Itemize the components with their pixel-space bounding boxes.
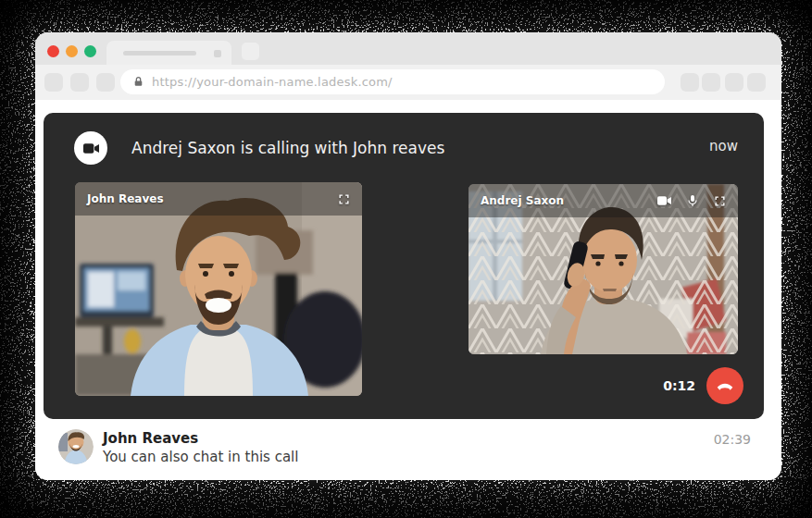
new-tab-button[interactable] bbox=[242, 43, 259, 60]
video-feed-andrej-saxon: Andrej Saxon bbox=[468, 184, 738, 354]
traffic-light-zoom-button[interactable] bbox=[84, 45, 96, 57]
john-feed-overlay: John Reaves bbox=[75, 182, 362, 216]
chat-message: John Reaves You can also chat in this ca… bbox=[58, 429, 751, 466]
chat-sender-name: John Reaves bbox=[103, 430, 298, 449]
video-camera-icon bbox=[83, 142, 99, 154]
toolbar-button-placeholder-2[interactable] bbox=[702, 73, 720, 92]
traffic-light-close-button[interactable] bbox=[47, 45, 59, 57]
andrej-feed-name: Andrej Saxon bbox=[481, 194, 564, 207]
fullscreen-icon[interactable] bbox=[714, 195, 726, 207]
toolbar-button-placeholder-1[interactable] bbox=[681, 73, 699, 92]
lock-icon bbox=[132, 76, 144, 88]
chat-timestamp: 02:39 bbox=[714, 429, 751, 447]
call-panel: Andrej Saxon is calling with John reaves… bbox=[44, 113, 764, 419]
video-feed-john-reaves: John Reaves bbox=[75, 182, 362, 396]
microphone-icon[interactable] bbox=[687, 194, 698, 207]
browser-toolbar: https://your-domain-name.ladesk.com/ bbox=[35, 65, 781, 100]
page-content: Andrej Saxon is calling with John reaves… bbox=[35, 100, 781, 480]
hangup-phone-icon bbox=[715, 378, 735, 393]
address-bar[interactable]: https://your-domain-name.ladesk.com/ bbox=[120, 69, 665, 94]
andrej-feed-overlay: Andrej Saxon bbox=[468, 184, 738, 217]
video-call-badge bbox=[74, 131, 107, 165]
avatar bbox=[58, 429, 94, 464]
forward-button-placeholder[interactable] bbox=[70, 73, 89, 92]
toolbar-button-placeholder-4[interactable] bbox=[747, 73, 766, 92]
fullscreen-icon[interactable] bbox=[338, 193, 350, 205]
browser-tab-bar bbox=[35, 32, 781, 65]
browser-tab[interactable] bbox=[106, 41, 231, 65]
chat-message-text: You can also chat in this call bbox=[103, 449, 298, 467]
url-text: https://your-domain-name.ladesk.com/ bbox=[152, 75, 393, 89]
john-feed-name: John Reaves bbox=[87, 192, 164, 205]
call-title: Andrej Saxon is calling with John reaves bbox=[131, 139, 444, 157]
tab-close-icon[interactable] bbox=[214, 50, 221, 57]
traffic-light-minimize-button[interactable] bbox=[66, 45, 78, 57]
tab-title-placeholder bbox=[123, 51, 196, 56]
call-received-time: now bbox=[709, 138, 738, 154]
toolbar-button-placeholder-3[interactable] bbox=[725, 73, 743, 92]
call-duration: 0:12 bbox=[663, 378, 695, 393]
back-button-placeholder[interactable] bbox=[44, 73, 63, 92]
browser-window: https://your-domain-name.ladesk.com/ And… bbox=[35, 32, 781, 480]
video-camera-icon[interactable] bbox=[657, 195, 671, 206]
reload-button-placeholder[interactable] bbox=[96, 73, 115, 92]
hangup-button[interactable] bbox=[706, 367, 743, 404]
